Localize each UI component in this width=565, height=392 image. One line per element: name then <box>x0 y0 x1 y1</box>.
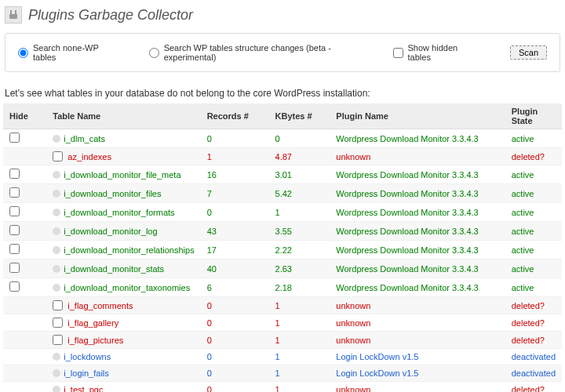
cell-rec: 0 <box>201 203 269 222</box>
cell-kb: 2.63 <box>269 260 330 278</box>
cell-state: deleted? <box>505 297 562 314</box>
option-search-wp-changes[interactable]: Search WP tables structure changes (beta… <box>149 43 354 62</box>
cell-kb: 1 <box>269 349 330 365</box>
status-dot-icon <box>53 386 60 392</box>
option-search-none-wp[interactable]: Search none-WP tables <box>18 43 110 62</box>
cell-kb: 5.42 <box>269 184 330 203</box>
cell-plugin: Wordpress Download Monitor 3.3.4.3 <box>330 222 505 241</box>
table-row: az_indexes14.87unknowndeleted? <box>3 148 562 165</box>
cell-kb: 1 <box>269 203 330 222</box>
hide-checkbox[interactable] <box>9 263 20 273</box>
status-dot-icon <box>53 353 60 361</box>
cell-plugin: Wordpress Download Monitor 3.3.4.3 <box>330 260 505 278</box>
cell-plugin: unknown <box>330 297 505 314</box>
cell-kb: 4.87 <box>269 148 330 165</box>
radio-search-none-wp[interactable] <box>18 48 28 58</box>
hide-checkbox[interactable] <box>9 169 20 179</box>
cell-plugin: Wordpress Download Monitor 3.3.4.3 <box>330 165 505 184</box>
table-row: i_download_monitor_taxonomies62.18Wordpr… <box>3 278 562 297</box>
table-name: i_test_pgc <box>64 385 103 392</box>
table-row: i_flag_comments01unknowndeleted? <box>3 297 562 314</box>
cell-kb: 1 <box>269 297 330 314</box>
table-row: i_flag_pictures01unknowndeleted? <box>3 332 562 349</box>
sub-checkbox[interactable] <box>53 300 63 310</box>
hide-checkbox[interactable] <box>9 244 20 254</box>
table-name: i_download_monitor_files <box>64 189 161 198</box>
table-name: i_download_monitor_log <box>64 227 157 236</box>
cell-rec: 16 <box>201 165 269 184</box>
table-row: i_login_fails01Login LockDown v1.5deacti… <box>3 365 562 382</box>
table-row: i_download_monitor_relationships172.22Wo… <box>3 241 562 260</box>
cell-rec: 0 <box>201 349 269 365</box>
cell-kb: 2.18 <box>269 278 330 297</box>
cell-plugin: Wordpress Download Monitor 3.3.4.3 <box>330 203 505 222</box>
cell-kb: 0 <box>269 129 330 148</box>
radio-search-wp-changes[interactable] <box>149 48 159 58</box>
th-plugin: Plugin Name <box>330 103 505 129</box>
th-table: Table Name <box>46 103 200 129</box>
status-dot-icon <box>53 369 60 377</box>
intro-text: Let's see what tables in your database d… <box>5 88 560 99</box>
sub-checkbox[interactable] <box>53 318 63 328</box>
table-name: i_login_fails <box>64 368 108 378</box>
svg-rect-2 <box>9 14 17 19</box>
table-name: i_download_monitor_taxonomies <box>64 283 190 292</box>
cell-state: deleted? <box>505 148 562 165</box>
status-dot-icon <box>53 265 60 273</box>
cell-state: active <box>505 260 562 278</box>
cell-rec: 40 <box>201 260 269 278</box>
table-row: i_download_monitor_stats402.63Wordpress … <box>3 260 562 278</box>
table-row: i_flag_gallery01unknowndeleted? <box>3 314 562 332</box>
cell-rec: 0 <box>201 129 269 148</box>
cell-kb: 1 <box>269 382 330 393</box>
cell-kb: 1 <box>269 332 330 349</box>
checkbox-show-hidden[interactable] <box>393 48 403 58</box>
cell-state: active <box>505 278 562 297</box>
cell-plugin: Wordpress Download Monitor 3.3.4.3 <box>330 278 505 297</box>
cell-state: deleted? <box>505 382 562 393</box>
scan-button[interactable]: Scan <box>510 45 547 60</box>
sub-checkbox[interactable] <box>53 151 63 162</box>
cell-kb: 3.01 <box>269 165 330 184</box>
cell-rec: 0 <box>201 365 269 382</box>
cell-rec: 7 <box>201 184 269 203</box>
cell-rec: 0 <box>201 332 269 349</box>
cell-state: deleted? <box>505 314 562 332</box>
hide-checkbox[interactable] <box>9 187 20 198</box>
table-row: i_download_monitor_files75.42Wordpress D… <box>3 184 562 203</box>
status-dot-icon <box>53 190 60 198</box>
cell-kb: 1 <box>269 314 330 332</box>
status-dot-icon <box>53 246 60 254</box>
table-row: i_dlm_cats00Wordpress Download Monitor 3… <box>3 129 562 148</box>
hide-checkbox[interactable] <box>9 281 20 292</box>
label-search-wp-changes: Search WP tables structure changes (beta… <box>164 43 354 62</box>
option-show-hidden[interactable]: Show hidden tables <box>393 43 471 62</box>
hide-checkbox[interactable] <box>9 225 20 235</box>
cell-plugin: Wordpress Download Monitor 3.3.4.3 <box>330 184 505 203</box>
status-dot-icon <box>53 284 60 292</box>
hide-checkbox[interactable] <box>9 132 20 143</box>
cell-plugin: Login LockDown v1.5 <box>330 365 505 382</box>
table-name: i_flag_pictures <box>67 336 123 345</box>
table-name: i_download_monitor_stats <box>64 264 164 274</box>
cell-kb: 2.22 <box>269 241 330 260</box>
scan-options: Search none-WP tables Search WP tables s… <box>5 33 560 72</box>
page-title: Plugins Garbage Collector <box>28 7 193 24</box>
table-name: i_flag_gallery <box>67 318 118 328</box>
table-name: i_download_monitor_file_meta <box>64 170 180 180</box>
sub-checkbox[interactable] <box>53 335 63 345</box>
cell-rec: 6 <box>201 278 269 297</box>
table-row: i_download_monitor_formats01Wordpress Do… <box>3 203 562 222</box>
svg-rect-0 <box>10 10 12 14</box>
status-dot-icon <box>53 209 60 216</box>
cell-plugin: Wordpress Download Monitor 3.3.4.3 <box>330 129 505 148</box>
status-dot-icon <box>53 171 60 179</box>
table-name: i_download_monitor_formats <box>64 208 174 217</box>
table-row: i_download_monitor_file_meta163.01Wordpr… <box>3 165 562 184</box>
cell-state: active <box>505 129 562 148</box>
cell-state: deactivated <box>505 365 562 382</box>
cell-rec: 1 <box>201 148 269 165</box>
cell-plugin: Login LockDown v1.5 <box>330 349 505 365</box>
th-kb: KBytes # <box>269 103 330 129</box>
hide-checkbox[interactable] <box>9 206 20 216</box>
